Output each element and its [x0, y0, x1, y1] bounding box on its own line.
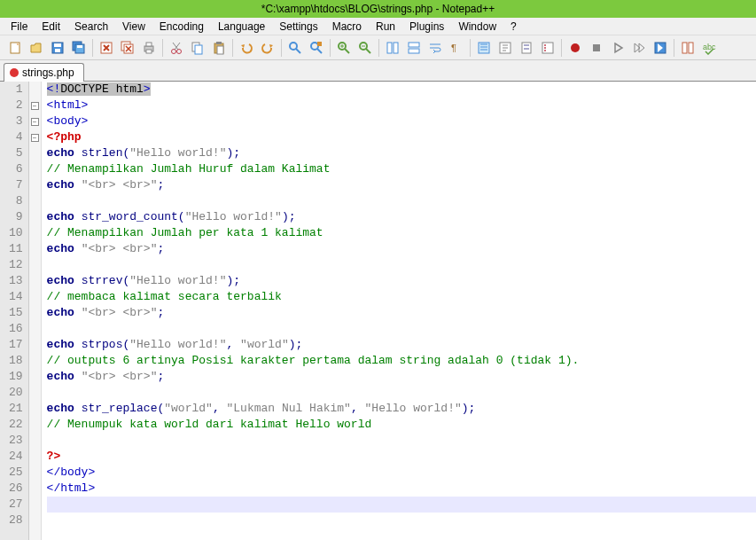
play-icon[interactable] — [608, 38, 627, 58]
new-file-icon[interactable] — [5, 38, 25, 58]
svg-point-37 — [544, 47, 546, 49]
replace-icon[interactable] — [307, 38, 326, 58]
svg-rect-27 — [409, 43, 419, 47]
tab-strings-php[interactable]: strings.php — [4, 63, 84, 82]
code-line: echo strpos("Hello world!", "world"); — [47, 337, 756, 353]
code-line: echo str_replace("world", "Lukman Nul Ha… — [47, 401, 756, 417]
svg-rect-43 — [689, 43, 693, 53]
modified-indicator-icon — [10, 68, 19, 77]
svg-rect-3 — [55, 49, 60, 52]
svg-point-13 — [172, 49, 176, 53]
code-line: echo strrev("Hello world!"); — [47, 273, 756, 289]
zoom-in-icon[interactable] — [334, 38, 354, 58]
menu-settings[interactable]: Settings — [272, 19, 324, 35]
code-line: echo "<br> <br>"; — [47, 369, 756, 385]
func-list-icon[interactable] — [538, 38, 557, 58]
redo-icon[interactable] — [258, 38, 277, 58]
code-line: ?> — [47, 449, 756, 465]
tab-label: strings.php — [22, 67, 74, 79]
menu-language[interactable]: Language — [211, 19, 272, 35]
show-all-chars-icon[interactable]: ¶ — [447, 38, 466, 58]
fold-gutter: − − − — [29, 82, 42, 540]
sync-v-icon[interactable] — [383, 38, 402, 58]
code-line — [47, 385, 756, 401]
svg-rect-19 — [217, 46, 223, 54]
code-line: echo strlen("Hello world!"); — [47, 145, 756, 161]
save-all-icon[interactable] — [69, 38, 89, 58]
code-line: <!DOCTYPE html> — [47, 82, 756, 98]
copy-icon[interactable] — [188, 38, 207, 58]
svg-text:abc: abc — [703, 43, 716, 51]
svg-rect-42 — [682, 43, 687, 53]
svg-rect-25 — [387, 43, 392, 53]
save-macro-icon[interactable] — [651, 38, 670, 58]
menu-help[interactable]: ? — [503, 19, 524, 35]
line-number-gutter: 1234567891011121314151617181920212223242… — [0, 82, 29, 540]
menu-encoding[interactable]: Encoding — [152, 19, 211, 35]
menu-run[interactable]: Run — [369, 19, 402, 35]
fold-toggle-icon[interactable]: − — [31, 102, 39, 110]
close-all-icon[interactable] — [118, 38, 137, 58]
tab-strip: strings.php — [0, 60, 756, 82]
svg-rect-28 — [409, 49, 419, 53]
toolbar-separator — [378, 39, 379, 57]
menu-view[interactable]: View — [115, 19, 152, 35]
code-line — [47, 497, 756, 513]
toolbar-separator — [470, 39, 471, 57]
menu-file[interactable]: File — [4, 19, 35, 35]
code-line: <body> — [47, 113, 756, 129]
find-icon[interactable] — [285, 38, 305, 58]
spell-check-icon[interactable]: abc — [699, 38, 719, 58]
menu-plugins[interactable]: Plugins — [402, 19, 451, 35]
wrap-icon[interactable] — [425, 38, 445, 58]
code-line — [47, 513, 756, 528]
svg-rect-34 — [524, 48, 529, 50]
code-line: <html> — [47, 98, 756, 113]
ud-lang-icon[interactable] — [495, 38, 515, 58]
compare-icon[interactable] — [678, 38, 698, 58]
svg-rect-11 — [146, 43, 152, 46]
print-icon[interactable] — [139, 38, 159, 58]
toolbar-separator — [674, 39, 674, 57]
window-title: *C:\xampp\htdocs\BLOG\strings.php - Note… — [261, 3, 495, 15]
code-editor[interactable]: 1234567891011121314151617181920212223242… — [0, 82, 756, 540]
code-line: // Menumpuk kata world dari kalimat Hell… — [47, 417, 756, 433]
stop-icon[interactable] — [587, 38, 606, 58]
svg-rect-6 — [77, 45, 82, 48]
save-icon[interactable] — [48, 38, 67, 58]
open-file-icon[interactable] — [27, 38, 46, 58]
close-icon[interactable] — [97, 38, 116, 58]
code-line: echo "<br> <br>"; — [47, 241, 756, 257]
code-line: </html> — [47, 481, 756, 497]
play-multi-icon[interactable] — [629, 38, 649, 58]
svg-rect-16 — [195, 45, 202, 54]
undo-icon[interactable] — [237, 38, 256, 58]
menu-search[interactable]: Search — [67, 19, 115, 35]
menu-edit[interactable]: Edit — [35, 19, 67, 35]
svg-point-38 — [544, 50, 546, 51]
toolbar: ¶ abc — [0, 35, 756, 60]
code-line: echo str_word_count("Hello world!"); — [47, 209, 756, 225]
doc-map-icon[interactable] — [517, 38, 536, 58]
zoom-out-icon[interactable] — [355, 38, 375, 58]
svg-rect-35 — [542, 43, 553, 53]
code-area[interactable]: <!DOCTYPE html> <html> <body> <?php echo… — [42, 82, 756, 540]
svg-rect-40 — [593, 44, 600, 51]
code-line: // membaca kalimat secara terbalik — [47, 289, 756, 305]
paste-icon[interactable] — [209, 38, 229, 58]
menu-window[interactable]: Window — [451, 19, 503, 35]
indent-guide-icon[interactable] — [474, 38, 494, 58]
code-line: echo "<br> <br>"; — [47, 177, 756, 193]
cut-icon[interactable] — [167, 38, 186, 58]
code-line — [47, 193, 756, 209]
record-icon[interactable] — [565, 38, 585, 58]
code-line — [47, 257, 756, 273]
fold-toggle-icon[interactable]: − — [31, 118, 39, 126]
toolbar-separator — [561, 39, 562, 57]
sync-h-icon[interactable] — [404, 38, 424, 58]
fold-toggle-icon[interactable]: − — [31, 134, 39, 142]
code-line — [47, 433, 756, 449]
svg-rect-33 — [524, 44, 529, 46]
code-line — [47, 321, 756, 337]
menu-macro[interactable]: Macro — [325, 19, 369, 35]
